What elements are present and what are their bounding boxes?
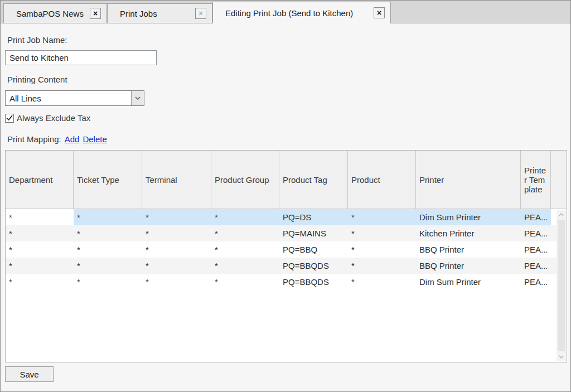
close-icon[interactable]: × (90, 8, 101, 19)
table-cell[interactable]: * (6, 258, 74, 274)
printing-content-select[interactable]: All Lines (5, 90, 144, 106)
table-cell[interactable]: * (74, 241, 142, 258)
table-row[interactable]: ****PQ=DS*Dim Sum PrinterPEA... (6, 209, 557, 225)
table-cell[interactable]: PQ=BBQ (279, 241, 348, 258)
table-cell[interactable]: PEA... (521, 225, 551, 241)
tab-label: Print Jobs (113, 9, 191, 18)
header-cell[interactable]: Ticket Type (74, 151, 142, 209)
table-cell[interactable]: Kitchen Printer (416, 225, 521, 241)
always-exclude-tax-label: Always Exclude Tax (17, 113, 90, 123)
table-cell[interactable]: * (74, 225, 142, 241)
table-cell[interactable]: BBQ Printer (416, 258, 521, 274)
header-cell[interactable]: Printer (416, 151, 521, 209)
tab-print-jobs[interactable]: Print Jobs × (107, 3, 212, 23)
table-row[interactable]: ****PQ=BBQDS*Dim Sum PrinterPEA... (6, 274, 557, 290)
delete-mapping-link[interactable]: Delete (83, 134, 107, 144)
table-row[interactable]: ****PQ=BBQ*BBQ PrinterPEA... (6, 241, 557, 258)
header-cell[interactable]: Product (348, 151, 416, 209)
table-cell[interactable]: * (6, 241, 74, 258)
print-mapping-row: Print Mapping: Add Delete (7, 134, 107, 144)
print-mapping-grid: DepartmentTicket TypeTerminalProduct Gro… (5, 150, 567, 362)
scroll-up-icon[interactable] (557, 210, 566, 219)
print-job-name-label: Print Job Name: (7, 35, 67, 45)
table-cell[interactable]: * (348, 274, 416, 290)
header-cell[interactable]: Department (6, 151, 74, 209)
chevron-down-icon[interactable] (131, 91, 144, 105)
always-exclude-tax-checkbox[interactable] (5, 114, 14, 123)
table-cell[interactable]: * (74, 209, 142, 225)
header-cell[interactable]: Product Tag (279, 151, 348, 209)
table-cell[interactable]: PEA... (521, 209, 551, 225)
table-cell[interactable]: * (211, 258, 279, 274)
table-cell[interactable]: PQ=MAINS (279, 225, 348, 241)
table-row[interactable]: ****PQ=MAINS*Kitchen PrinterPEA... (6, 225, 557, 241)
always-exclude-tax-row: Always Exclude Tax (5, 113, 90, 123)
vertical-scrollbar[interactable] (557, 210, 566, 361)
header-cell[interactable]: Printer Template (521, 151, 551, 209)
table-cell[interactable]: Dim Sum Printer (416, 209, 521, 225)
tab-sambapos-news[interactable]: SambaPOS News × (3, 3, 107, 23)
printing-content-label: Printing Content (7, 75, 67, 84)
table-cell[interactable]: PQ=BBQDS (279, 258, 348, 274)
table-cell[interactable]: * (211, 274, 279, 290)
print-job-name-input[interactable] (5, 50, 157, 65)
table-cell[interactable]: * (74, 274, 142, 290)
scroll-down-icon[interactable] (557, 352, 566, 361)
table-cell[interactable]: BBQ Printer (416, 241, 521, 258)
table-cell[interactable]: * (211, 241, 279, 258)
table-cell[interactable]: * (142, 274, 211, 290)
header-filler-cell (551, 151, 567, 209)
table-cell[interactable]: PEA... (521, 258, 551, 274)
table-cell[interactable]: Dim Sum Printer (416, 274, 521, 290)
table-cell[interactable]: PQ=BBQDS (279, 274, 348, 290)
table-cell[interactable]: * (74, 258, 142, 274)
header-cell[interactable]: Product Group (211, 151, 279, 209)
save-button[interactable]: Save (5, 366, 54, 382)
header-cell[interactable]: Terminal (142, 151, 211, 209)
table-cell[interactable]: * (142, 209, 211, 225)
checkmark-icon (6, 115, 13, 121)
tab-label: SambaPOS News (9, 9, 85, 18)
table-cell[interactable]: * (348, 241, 416, 258)
grid-header: DepartmentTicket TypeTerminalProduct Gro… (6, 151, 567, 209)
editor-panel: Print Job Name: Printing Content All Lin… (1, 23, 571, 392)
print-mapping-label: Print Mapping: (7, 134, 61, 144)
table-row[interactable]: ****PQ=BBQDS*BBQ PrinterPEA... (6, 258, 557, 274)
table-cell[interactable]: * (211, 225, 279, 241)
close-icon[interactable]: × (374, 7, 385, 18)
scrollbar-thumb[interactable] (558, 220, 565, 351)
table-cell[interactable]: * (142, 258, 211, 274)
table-cell[interactable]: * (6, 209, 74, 225)
table-cell[interactable]: * (6, 274, 74, 290)
tab-editing-print-job[interactable]: Editing Print Job (Send to Kitchen) × (212, 2, 391, 23)
table-cell[interactable]: PEA... (521, 241, 551, 258)
close-icon[interactable]: × (195, 8, 206, 19)
table-cell[interactable]: * (348, 225, 416, 241)
tab-label: Editing Print Job (Send to Kitchen) (219, 8, 369, 18)
table-cell[interactable]: * (142, 225, 211, 241)
table-cell[interactable]: * (142, 241, 211, 258)
table-cell[interactable]: PEA... (521, 274, 551, 290)
table-cell[interactable]: * (348, 258, 416, 274)
table-cell[interactable]: * (211, 209, 279, 225)
grid-body: ****PQ=DS*Dim Sum PrinterPEA...****PQ=MA… (6, 209, 557, 290)
add-mapping-link[interactable]: Add (65, 134, 80, 144)
selected-option: All Lines (6, 94, 131, 103)
table-cell[interactable]: * (348, 209, 416, 225)
table-cell[interactable]: * (6, 225, 74, 241)
tab-bar: SambaPOS News × Print Jobs × Editing Pri… (1, 1, 570, 23)
table-cell[interactable]: PQ=DS (279, 209, 348, 225)
app-window: SambaPOS News × Print Jobs × Editing Pri… (0, 0, 571, 392)
